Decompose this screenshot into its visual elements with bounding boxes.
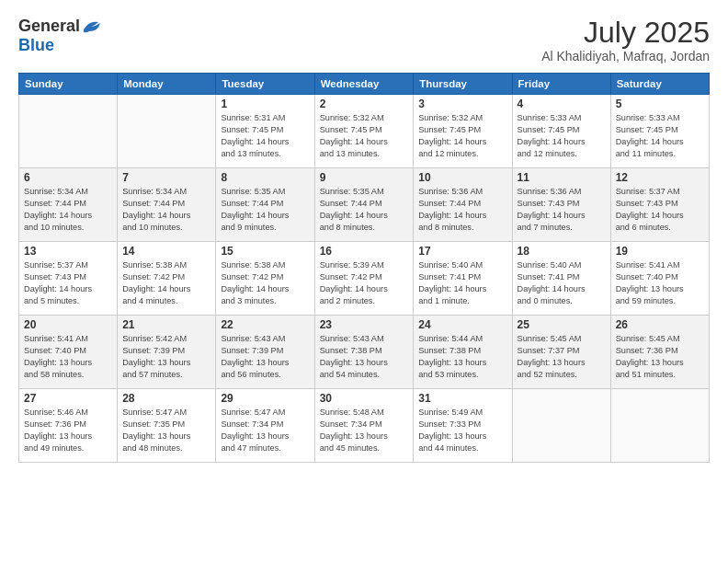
logo-bird-icon	[82, 18, 102, 35]
day-number: 30	[320, 392, 409, 405]
day-info: Sunrise: 5:42 AM Sunset: 7:39 PM Dayligh…	[122, 333, 210, 381]
calendar-week-row: 6Sunrise: 5:34 AM Sunset: 7:44 PM Daylig…	[19, 168, 710, 242]
calendar-cell: 18Sunrise: 5:40 AM Sunset: 7:41 PM Dayli…	[512, 242, 610, 316]
day-info: Sunrise: 5:35 AM Sunset: 7:44 PM Dayligh…	[320, 186, 409, 234]
weekday-header-thursday: Thursday	[414, 74, 512, 95]
day-info: Sunrise: 5:44 AM Sunset: 7:38 PM Dayligh…	[418, 333, 506, 381]
calendar-cell: 3Sunrise: 5:32 AM Sunset: 7:45 PM Daylig…	[414, 95, 512, 168]
day-number: 19	[616, 245, 704, 258]
day-number: 18	[518, 245, 606, 258]
day-number: 2	[320, 98, 409, 110]
day-info: Sunrise: 5:39 AM Sunset: 7:42 PM Dayligh…	[320, 259, 409, 307]
day-info: Sunrise: 5:47 AM Sunset: 7:34 PM Dayligh…	[221, 407, 309, 454]
calendar-cell: 16Sunrise: 5:39 AM Sunset: 7:42 PM Dayli…	[314, 242, 414, 316]
day-number: 24	[418, 318, 506, 331]
header: General Blue July 2025 Al Khalidiyah, Ma…	[18, 17, 710, 63]
weekday-header-wednesday: Wednesday	[314, 74, 414, 95]
day-number: 6	[24, 171, 112, 184]
day-info: Sunrise: 5:41 AM Sunset: 7:40 PM Dayligh…	[616, 259, 704, 307]
day-info: Sunrise: 5:40 AM Sunset: 7:41 PM Dayligh…	[418, 259, 506, 307]
day-info: Sunrise: 5:32 AM Sunset: 7:45 PM Dayligh…	[418, 112, 506, 160]
calendar-cell: 25Sunrise: 5:45 AM Sunset: 7:37 PM Dayli…	[512, 316, 610, 389]
calendar-cell: 7Sunrise: 5:34 AM Sunset: 7:44 PM Daylig…	[118, 168, 216, 242]
day-number: 16	[320, 245, 409, 258]
calendar-cell: 11Sunrise: 5:36 AM Sunset: 7:43 PM Dayli…	[512, 168, 610, 242]
calendar-week-row: 20Sunrise: 5:41 AM Sunset: 7:40 PM Dayli…	[19, 316, 710, 389]
day-info: Sunrise: 5:33 AM Sunset: 7:45 PM Dayligh…	[518, 112, 606, 160]
calendar-cell: 19Sunrise: 5:41 AM Sunset: 7:40 PM Dayli…	[610, 242, 709, 316]
calendar-cell: 30Sunrise: 5:48 AM Sunset: 7:34 PM Dayli…	[314, 389, 414, 463]
day-number: 31	[418, 392, 506, 405]
weekday-header-saturday: Saturday	[610, 74, 709, 95]
logo-general-text: General	[18, 17, 80, 36]
day-info: Sunrise: 5:45 AM Sunset: 7:36 PM Dayligh…	[616, 333, 704, 381]
day-info: Sunrise: 5:37 AM Sunset: 7:43 PM Dayligh…	[616, 186, 704, 234]
day-info: Sunrise: 5:31 AM Sunset: 7:45 PM Dayligh…	[221, 112, 309, 160]
calendar-cell: 13Sunrise: 5:37 AM Sunset: 7:43 PM Dayli…	[19, 242, 118, 316]
day-info: Sunrise: 5:35 AM Sunset: 7:44 PM Dayligh…	[221, 186, 309, 234]
day-info: Sunrise: 5:49 AM Sunset: 7:33 PM Dayligh…	[418, 407, 506, 454]
calendar-week-row: 1Sunrise: 5:31 AM Sunset: 7:45 PM Daylig…	[19, 95, 710, 168]
day-info: Sunrise: 5:33 AM Sunset: 7:45 PM Dayligh…	[616, 112, 704, 160]
calendar-cell: 15Sunrise: 5:38 AM Sunset: 7:42 PM Dayli…	[216, 242, 314, 316]
calendar-cell: 31Sunrise: 5:49 AM Sunset: 7:33 PM Dayli…	[414, 389, 512, 463]
calendar-cell	[19, 95, 118, 168]
calendar-cell: 28Sunrise: 5:47 AM Sunset: 7:35 PM Dayli…	[118, 389, 216, 463]
day-number: 4	[518, 98, 606, 110]
day-number: 25	[518, 318, 606, 331]
day-info: Sunrise: 5:34 AM Sunset: 7:44 PM Dayligh…	[122, 186, 210, 234]
calendar-cell: 24Sunrise: 5:44 AM Sunset: 7:38 PM Dayli…	[414, 316, 512, 389]
calendar-week-row: 13Sunrise: 5:37 AM Sunset: 7:43 PM Dayli…	[19, 242, 710, 316]
day-number: 7	[122, 171, 210, 184]
day-info: Sunrise: 5:45 AM Sunset: 7:37 PM Dayligh…	[518, 333, 606, 381]
day-number: 10	[418, 171, 506, 184]
day-number: 14	[122, 245, 210, 258]
calendar-cell: 27Sunrise: 5:46 AM Sunset: 7:36 PM Dayli…	[19, 389, 118, 463]
day-number: 12	[616, 171, 704, 184]
day-number: 21	[122, 318, 210, 331]
calendar-cell	[512, 389, 610, 463]
calendar-cell: 17Sunrise: 5:40 AM Sunset: 7:41 PM Dayli…	[414, 242, 512, 316]
day-number: 13	[24, 245, 112, 258]
calendar-cell: 6Sunrise: 5:34 AM Sunset: 7:44 PM Daylig…	[19, 168, 118, 242]
weekday-header-tuesday: Tuesday	[216, 74, 314, 95]
day-info: Sunrise: 5:41 AM Sunset: 7:40 PM Dayligh…	[24, 333, 112, 381]
weekday-header-friday: Friday	[512, 74, 610, 95]
calendar-cell: 4Sunrise: 5:33 AM Sunset: 7:45 PM Daylig…	[512, 95, 610, 168]
month-title: July 2025	[541, 17, 710, 49]
day-number: 22	[221, 318, 309, 331]
day-info: Sunrise: 5:36 AM Sunset: 7:44 PM Dayligh…	[418, 186, 506, 234]
day-info: Sunrise: 5:34 AM Sunset: 7:44 PM Dayligh…	[24, 186, 112, 234]
calendar-table: SundayMondayTuesdayWednesdayThursdayFrid…	[18, 73, 710, 463]
title-section: July 2025 Al Khalidiyah, Mafraq, Jordan	[541, 17, 710, 63]
day-number: 1	[221, 98, 309, 110]
calendar-cell: 8Sunrise: 5:35 AM Sunset: 7:44 PM Daylig…	[216, 168, 314, 242]
day-number: 5	[616, 98, 704, 110]
calendar-cell	[610, 389, 709, 463]
day-info: Sunrise: 5:40 AM Sunset: 7:41 PM Dayligh…	[518, 259, 606, 307]
logo: General Blue	[18, 17, 102, 55]
day-info: Sunrise: 5:43 AM Sunset: 7:38 PM Dayligh…	[320, 333, 409, 381]
calendar-cell: 21Sunrise: 5:42 AM Sunset: 7:39 PM Dayli…	[118, 316, 216, 389]
calendar-cell: 22Sunrise: 5:43 AM Sunset: 7:39 PM Dayli…	[216, 316, 314, 389]
calendar-cell: 26Sunrise: 5:45 AM Sunset: 7:36 PM Dayli…	[610, 316, 709, 389]
day-number: 27	[24, 392, 112, 405]
weekday-header-sunday: Sunday	[19, 74, 118, 95]
day-info: Sunrise: 5:37 AM Sunset: 7:43 PM Dayligh…	[24, 259, 112, 307]
day-info: Sunrise: 5:43 AM Sunset: 7:39 PM Dayligh…	[221, 333, 309, 381]
day-number: 28	[122, 392, 210, 405]
day-number: 23	[320, 318, 409, 331]
day-number: 17	[418, 245, 506, 258]
day-number: 15	[221, 245, 309, 258]
calendar-cell: 10Sunrise: 5:36 AM Sunset: 7:44 PM Dayli…	[414, 168, 512, 242]
weekday-header-monday: Monday	[118, 74, 216, 95]
day-number: 9	[320, 171, 409, 184]
calendar-cell: 1Sunrise: 5:31 AM Sunset: 7:45 PM Daylig…	[216, 95, 314, 168]
calendar-cell: 9Sunrise: 5:35 AM Sunset: 7:44 PM Daylig…	[314, 168, 414, 242]
day-number: 8	[221, 171, 309, 184]
calendar-cell: 14Sunrise: 5:38 AM Sunset: 7:42 PM Dayli…	[118, 242, 216, 316]
calendar-cell: 2Sunrise: 5:32 AM Sunset: 7:45 PM Daylig…	[314, 95, 414, 168]
calendar-cell: 20Sunrise: 5:41 AM Sunset: 7:40 PM Dayli…	[19, 316, 118, 389]
calendar-week-row: 27Sunrise: 5:46 AM Sunset: 7:36 PM Dayli…	[19, 389, 710, 463]
day-number: 29	[221, 392, 309, 405]
